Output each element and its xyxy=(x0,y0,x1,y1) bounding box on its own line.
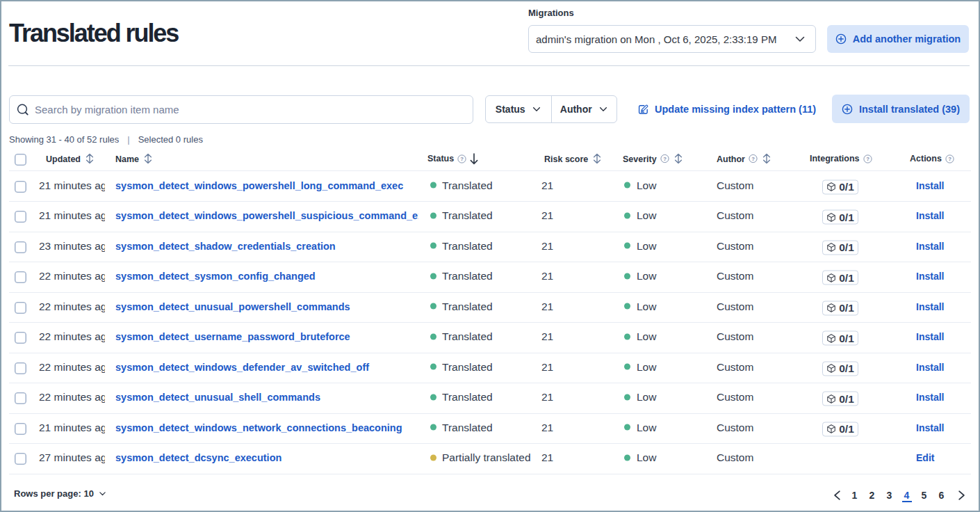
svg-text:?: ? xyxy=(948,156,952,162)
svg-text:?: ? xyxy=(460,156,464,162)
svg-text:?: ? xyxy=(751,156,755,162)
svg-text:?: ? xyxy=(866,156,869,162)
svg-text:?: ? xyxy=(663,156,667,162)
